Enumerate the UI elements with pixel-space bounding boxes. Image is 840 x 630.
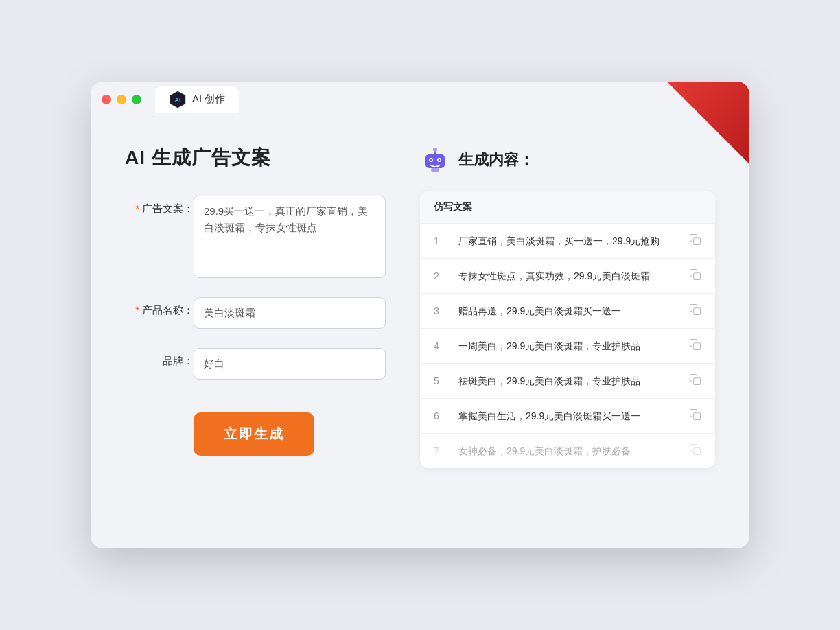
product-name-input[interactable] [194,297,386,329]
row-number: 1 [434,235,447,246]
svg-rect-15 [694,413,701,420]
copy-icon[interactable] [689,303,701,318]
table-row: 4一周美白，29.9元美白淡斑霜，专业护肤品 [420,329,715,364]
row-number: 3 [434,305,447,316]
product-name-label: *产品名称： [125,297,194,317]
row-number: 6 [434,410,447,421]
result-title: 生成内容： [458,150,534,170]
traffic-light-green[interactable] [132,95,141,104]
row-text: 女神必备，29.9元美白淡斑霜，护肤必备 [458,444,678,458]
product-name-group: *产品名称： [125,297,386,329]
table-row: 3赠品再送，29.9元美白淡斑霜买一送一 [420,294,715,329]
generate-button[interactable]: 立即生成 [194,412,314,456]
ad-copy-input[interactable] [194,196,386,278]
svg-rect-12 [694,308,701,315]
copy-icon[interactable] [689,443,701,458]
required-star-2: * [135,304,139,316]
table-header: 仿写文案 [420,191,715,224]
svg-rect-10 [694,238,701,245]
ai-tab-icon: AI [169,91,187,108]
tab-title: AI 创作 [192,93,225,106]
svg-rect-11 [694,273,701,280]
table-row: 2专抹女性斑点，真实功效，29.9元美白淡斑霜 [420,259,715,294]
svg-point-6 [439,159,441,161]
left-panel: AI 生成广告文案 *广告文案： *产品名称： 品牌： 立 [125,145,386,468]
traffic-lights [102,95,141,104]
svg-rect-13 [694,343,701,350]
row-text: 掌握美白生活，29.9元美白淡斑霜买一送一 [458,409,678,423]
row-text: 祛斑美白，29.9元美白淡斑霜，专业护肤品 [458,374,678,388]
svg-rect-14 [694,378,701,385]
table-row: 6掌握美白生活，29.9元美白淡斑霜买一送一 [420,399,715,434]
result-rows-container: 1厂家直销，美白淡斑霜，买一送一，29.9元抢购2专抹女性斑点，真实功效，29.… [420,224,715,468]
copy-icon[interactable] [689,338,701,353]
table-row: 7女神必备，29.9元美白淡斑霜，护肤必备 [420,434,715,468]
brand-group: 品牌： [125,348,386,380]
ad-copy-label: *广告文案： [125,196,194,215]
brand-label: 品牌： [125,348,194,368]
row-text: 专抹女性斑点，真实功效，29.9元美白淡斑霜 [458,269,678,283]
row-text: 赠品再送，29.9元美白淡斑霜买一送一 [458,304,678,318]
copy-icon[interactable] [689,233,701,248]
row-text: 厂家直销，美白淡斑霜，买一送一，29.9元抢购 [458,234,678,248]
svg-point-5 [430,159,432,161]
traffic-light-red[interactable] [102,95,111,104]
title-bar: AI AI 创作 [91,82,749,117]
row-number: 4 [434,340,447,351]
svg-point-8 [433,148,437,152]
row-text: 一周美白，29.9元美白淡斑霜，专业护肤品 [458,339,678,353]
row-number: 7 [434,445,447,456]
right-panel: 生成内容： 仿写文案 1厂家直销，美白淡斑霜，买一送一，29.9元抢购2专抹女性… [420,145,715,468]
copy-icon[interactable] [689,268,701,283]
main-content: AI 生成广告文案 *广告文案： *产品名称： 品牌： 立 [91,117,749,495]
row-number: 2 [434,270,447,281]
result-table: 仿写文案 1厂家直销，美白淡斑霜，买一送一，29.9元抢购2专抹女性斑点，真实功… [420,191,715,468]
traffic-light-yellow[interactable] [117,95,126,104]
result-header: 生成内容： [420,145,715,175]
browser-tab[interactable]: AI AI 创作 [155,86,239,113]
brand-input[interactable] [194,348,386,380]
svg-rect-9 [431,168,439,172]
page-title: AI 生成广告文案 [125,145,386,171]
copy-icon[interactable] [689,408,701,423]
table-row: 5祛斑美白，29.9元美白淡斑霜，专业护肤品 [420,364,715,399]
required-star: * [135,202,139,214]
copy-icon[interactable] [689,373,701,388]
browser-window: AI AI 创作 AI 生成广告文案 *广告文案： *产品名称： [91,82,749,548]
svg-rect-16 [694,448,701,455]
row-number: 5 [434,375,447,386]
table-row: 1厂家直销，美白淡斑霜，买一送一，29.9元抢购 [420,224,715,259]
ad-copy-group: *广告文案： [125,196,386,278]
svg-text:AI: AI [175,97,181,104]
robot-icon [420,145,450,175]
